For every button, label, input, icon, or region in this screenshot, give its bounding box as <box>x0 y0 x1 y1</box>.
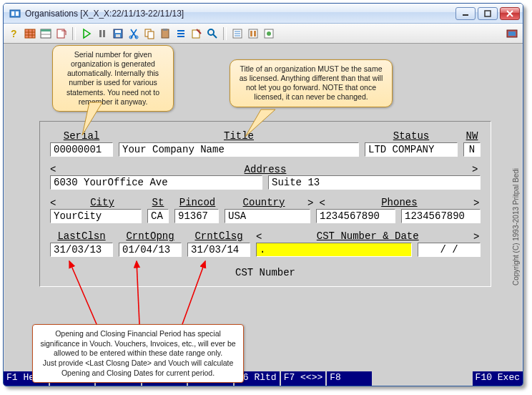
app-window: Organisations [X_X_X:22/11/13-22/11/13] … <box>3 3 523 386</box>
nw-label: NW <box>463 130 481 142</box>
svg-rect-2 <box>16 11 19 16</box>
crntopng-field[interactable]: 01/04/13 <box>119 243 182 257</box>
svg-line-34 <box>213 34 217 38</box>
st-label: St <box>147 197 169 208</box>
export-icon[interactable] <box>55 27 68 40</box>
address2-field[interactable]: Suite 13 <box>268 175 481 190</box>
country-field[interactable]: USA <box>225 209 310 223</box>
window-title: Organisations [X_X_X:22/11/13-22/11/13] <box>25 9 455 19</box>
cstnum-field[interactable]: . <box>256 243 412 257</box>
svg-marker-17 <box>84 29 90 38</box>
f8-key[interactable]: F8 <box>327 371 373 386</box>
svg-rect-26 <box>148 31 154 39</box>
svg-rect-14 <box>41 29 51 31</box>
svg-rect-19 <box>103 30 105 37</box>
maximize-button[interactable] <box>478 7 498 20</box>
search-icon[interactable] <box>206 27 219 40</box>
minimize-button[interactable] <box>455 7 476 20</box>
svg-rect-4 <box>485 11 491 16</box>
play-icon[interactable] <box>80 27 93 40</box>
callout-serial: Serial number for given organization is … <box>52 45 174 112</box>
grid-icon[interactable] <box>24 27 36 40</box>
st-field[interactable]: CA <box>147 209 169 223</box>
props2-icon[interactable] <box>247 27 260 40</box>
svg-rect-28 <box>163 29 167 31</box>
callout-dates: Opening and Closing Financial Period has… <box>32 324 244 383</box>
svg-rect-1 <box>11 11 14 16</box>
svg-point-43 <box>267 31 271 36</box>
svg-rect-18 <box>99 30 102 37</box>
pincod-label: Pincod <box>174 197 220 208</box>
crntopng-label: CrntOpng <box>119 230 182 242</box>
toolbar-separator <box>223 27 227 40</box>
address-label: Address <box>59 164 472 175</box>
title-field[interactable]: Your Company Name <box>119 142 359 157</box>
svg-rect-41 <box>254 31 256 36</box>
f7-key[interactable]: F7 <<>> <box>281 371 327 386</box>
phone1-field[interactable]: 1234567890 <box>316 209 395 223</box>
phones-label: Phones <box>331 197 468 208</box>
title-label: Title <box>119 130 359 142</box>
titlebar: Organisations [X_X_X:22/11/13-22/11/13] <box>4 4 523 24</box>
svg-rect-39 <box>249 29 257 38</box>
country-label: Country <box>226 197 302 208</box>
form-panel: Serial 00000001 Title Your Company Name … <box>39 121 491 287</box>
angle-left: < <box>50 164 59 175</box>
app-icon <box>9 8 21 19</box>
cstnum-footer-label: CST Number <box>50 267 481 278</box>
help-icon[interactable]: ? <box>8 27 21 40</box>
lastclsn-field[interactable]: 31/03/13 <box>50 243 113 257</box>
phone2-field[interactable]: 1234567890 <box>401 209 481 223</box>
cstnumdate-label: CST Number & Date <box>267 230 468 242</box>
svg-rect-45 <box>508 31 516 36</box>
close-button[interactable] <box>500 7 520 20</box>
svg-point-33 <box>208 29 214 35</box>
address1-field[interactable]: 6030 YourOffice Ave <box>50 175 262 190</box>
list-icon[interactable] <box>174 27 187 40</box>
crntclsg-label: CrntClsg <box>187 230 250 242</box>
lastclsn-label: LastClsn <box>50 230 113 242</box>
table-icon[interactable] <box>39 27 52 40</box>
cstdate-field[interactable]: / / <box>418 243 481 257</box>
paste-icon[interactable] <box>159 27 172 40</box>
city-label: City <box>63 197 142 208</box>
copy-icon[interactable] <box>143 27 156 40</box>
nw-field[interactable]: N <box>463 142 481 157</box>
serial-label: Serial <box>50 130 113 142</box>
pincod-field[interactable]: 91367 <box>174 209 219 223</box>
pause-icon[interactable] <box>96 27 109 40</box>
props3-icon[interactable] <box>262 27 275 40</box>
svg-rect-8 <box>25 29 35 38</box>
toolbar: ? <box>4 24 523 44</box>
f10-key[interactable]: F10 Exec <box>473 371 523 386</box>
toolbar-separator <box>72 27 76 40</box>
save-icon[interactable] <box>112 27 124 40</box>
svg-rect-22 <box>116 34 120 37</box>
fkey-spacer <box>373 371 473 386</box>
cut-icon[interactable] <box>127 27 140 40</box>
svg-text:?: ? <box>11 28 17 39</box>
status-field[interactable]: LTD COMPANY <box>365 142 458 157</box>
props-icon[interactable] <box>231 27 244 40</box>
city-field[interactable]: YourCity <box>50 209 142 223</box>
callout-title: Title of an organization MUST be the sam… <box>230 59 393 107</box>
angle-right: > <box>472 164 481 175</box>
app-small-icon <box>506 27 518 40</box>
svg-rect-40 <box>250 31 252 36</box>
status-label: Status <box>365 130 458 142</box>
crntclsg-field[interactable]: 31/03/14 <box>187 243 250 257</box>
client-area: Copyright (C) 1993-2013 Pritpal Bedi Ser… <box>4 44 523 386</box>
svg-rect-21 <box>115 30 121 33</box>
serial-field[interactable]: 00000001 <box>50 142 113 157</box>
edit-icon[interactable] <box>190 27 203 40</box>
copyright-text: Copyright (C) 1993-2013 Pritpal Bedi <box>510 84 521 370</box>
